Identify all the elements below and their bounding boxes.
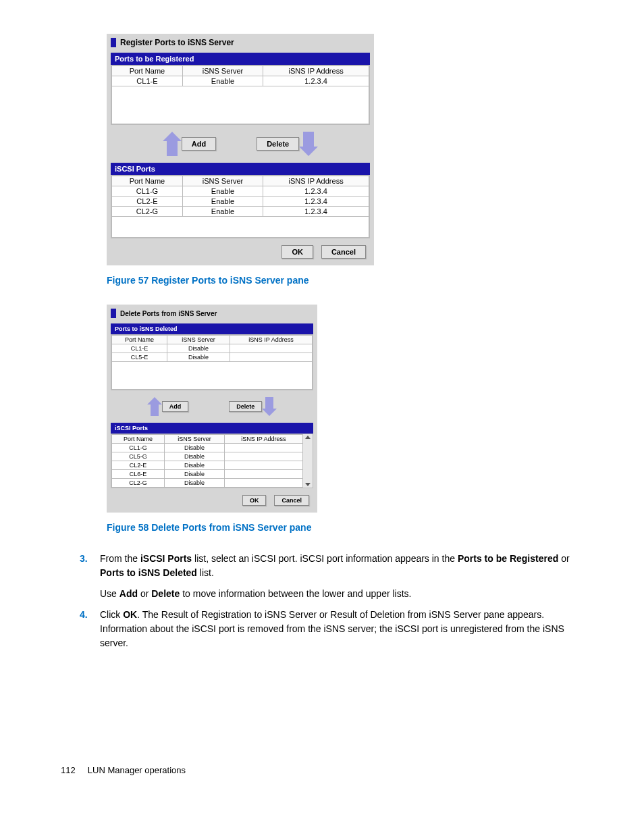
add-button[interactable]: Add xyxy=(162,401,189,412)
svg-marker-3 xyxy=(262,397,277,416)
add-button[interactable]: Add xyxy=(182,137,216,151)
table-row[interactable]: CL2-GDisable xyxy=(112,479,303,488)
table-row[interactable]: CL1-GEnable1.2.3.4 xyxy=(112,186,369,197)
col-isns-ip: iSNS IP Address xyxy=(230,336,313,344)
iscsi-ports-header: iSCSI Ports xyxy=(111,163,370,175)
add-delete-row: Add Delete xyxy=(111,390,313,423)
table-row[interactable]: CL2-GEnable1.2.3.4 xyxy=(112,207,369,217)
col-port-name: Port Name xyxy=(112,435,165,444)
footer-title: LUN Manager operations xyxy=(88,765,186,775)
table-header-row: Port Name iSNS Server iSNS IP Address xyxy=(112,176,369,186)
table-row[interactable]: CL1-E Enable 1.2.3.4 xyxy=(112,76,369,86)
arrow-down-icon xyxy=(262,397,277,416)
arrow-up-icon xyxy=(163,132,182,156)
col-port-name: Port Name xyxy=(112,66,183,76)
scroll-up-icon[interactable] xyxy=(305,436,311,439)
col-isns-ip: iSNS IP Address xyxy=(224,435,302,444)
svg-marker-1 xyxy=(299,132,318,156)
col-port-name: Port Name xyxy=(112,176,183,186)
pane-title-text: Register Ports to iSNS Server xyxy=(120,38,234,47)
ports-deleted-header: Ports to iSNS Deleted xyxy=(111,323,313,334)
pane-title: Register Ports to iSNS Server xyxy=(111,38,370,47)
step-4: 4. Click OK. The Result of Registration … xyxy=(80,608,583,650)
col-isns-server: iSNS Server xyxy=(167,336,230,344)
scroll-down-icon[interactable] xyxy=(305,483,311,486)
ok-button[interactable]: OK xyxy=(242,495,267,506)
page-footer: 112 LUN Manager operations xyxy=(61,765,583,775)
table-row[interactable]: CL5-EDisable xyxy=(112,353,313,362)
table-row[interactable]: CL2-EEnable1.2.3.4 xyxy=(112,197,369,207)
page-number: 112 xyxy=(61,765,76,775)
figure-58-caption: Figure 58 Delete Ports from iSNS Server … xyxy=(107,522,583,533)
register-ports-pane: Register Ports to iSNS Server Ports to b… xyxy=(107,34,374,265)
table-header-row: Port Name iSNS Server iSNS IP Address xyxy=(112,66,369,76)
table-row[interactable]: CL1-EDisable xyxy=(112,344,313,353)
svg-marker-2 xyxy=(147,397,162,416)
col-isns-server: iSNS Server xyxy=(182,176,263,186)
col-isns-server: iSNS Server xyxy=(165,435,225,444)
arrow-up-icon xyxy=(147,397,162,416)
delete-button[interactable]: Delete xyxy=(229,401,262,412)
pane-title: Delete Ports from iSNS Server xyxy=(111,309,313,318)
vertical-scrollbar[interactable] xyxy=(303,434,313,488)
instruction-list: 3. From the iSCSI Ports list, select an … xyxy=(80,552,583,650)
cancel-button[interactable]: Cancel xyxy=(274,495,309,506)
table-row[interactable]: CL2-EDisable xyxy=(112,461,303,470)
iscsi-ports-table: Port Name iSNS Server iSNS IP Address CL… xyxy=(111,175,370,238)
table-row[interactable]: CL5-GDisable xyxy=(112,452,303,461)
step-text: Click OK. The Result of Registration to … xyxy=(100,608,583,650)
title-bullet-icon xyxy=(111,38,116,47)
step-number: 4. xyxy=(80,608,93,650)
table-row[interactable]: CL6-EDisable xyxy=(112,470,303,479)
table-header-row: Port Name iSNS Server iSNS IP Address xyxy=(112,435,303,444)
pane-title-text: Delete Ports from iSNS Server xyxy=(120,310,217,317)
arrow-down-icon xyxy=(299,132,318,156)
step-number: 3. xyxy=(80,552,93,601)
title-bullet-icon xyxy=(111,309,116,318)
delete-ports-pane: Delete Ports from iSNS Server Ports to i… xyxy=(107,305,317,513)
ok-button[interactable]: OK xyxy=(281,245,313,259)
svg-marker-0 xyxy=(163,132,182,156)
delete-button[interactable]: Delete xyxy=(257,137,299,151)
ports-to-be-registered-table: Port Name iSNS Server iSNS IP Address CL… xyxy=(111,65,370,125)
iscsi-ports-table: Port Name iSNS Server iSNS IP Address CL… xyxy=(111,434,313,488)
cancel-button[interactable]: Cancel xyxy=(321,245,366,259)
col-isns-ip: iSNS IP Address xyxy=(263,66,369,76)
add-delete-row: Add Delete xyxy=(111,125,370,163)
iscsi-ports-header: iSCSI Ports xyxy=(111,423,313,434)
col-port-name: Port Name xyxy=(112,336,167,344)
table-header-row: Port Name iSNS Server iSNS IP Address xyxy=(112,336,313,344)
step-text: From the iSCSI Ports list, select an iSC… xyxy=(100,552,583,601)
col-isns-ip: iSNS IP Address xyxy=(263,176,369,186)
col-isns-server: iSNS Server xyxy=(182,66,263,76)
step-3: 3. From the iSCSI Ports list, select an … xyxy=(80,552,583,601)
ports-to-be-registered-header: Ports to be Registered xyxy=(111,53,370,65)
table-row[interactable]: CL1-GDisable xyxy=(112,444,303,452)
ports-deleted-table: Port Name iSNS Server iSNS IP Address CL… xyxy=(111,334,313,390)
figure-57-caption: Figure 57 Register Ports to iSNS Server … xyxy=(107,275,583,286)
